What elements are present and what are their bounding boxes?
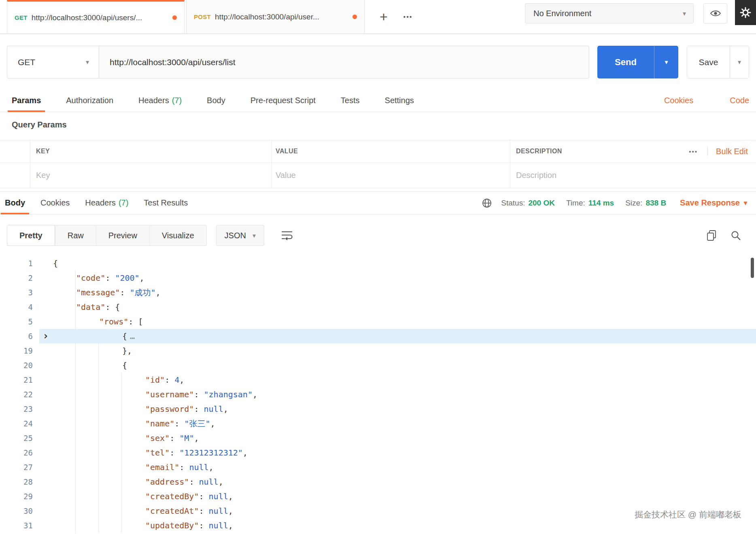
code-token: null — [199, 477, 218, 487]
code-token: : — [179, 462, 189, 472]
line-number: 29 — [0, 492, 39, 501]
view-pretty[interactable]: Pretty — [7, 225, 55, 246]
send-button[interactable]: Send — [597, 46, 654, 78]
code-line: 3"message": "成功", — [0, 285, 756, 300]
response-tab-cookies[interactable]: Cookies — [40, 192, 70, 214]
new-tab-button[interactable]: + — [375, 9, 393, 25]
save-response-button[interactable]: Save Response ▾ — [680, 198, 747, 208]
url-input[interactable] — [99, 46, 589, 78]
vertical-scrollbar[interactable] — [751, 258, 754, 278]
send-options-button[interactable]: ▾ — [654, 46, 678, 78]
bulk-edit-link[interactable]: Bulk Edit — [716, 147, 748, 156]
save-options-button[interactable]: ▾ — [730, 46, 749, 78]
query-params-title: Query Params — [0, 112, 756, 140]
tab-authorization[interactable]: Authorization — [66, 89, 113, 112]
code-token: null — [209, 521, 228, 530]
code-line: 28"address": null, — [0, 475, 756, 489]
tab-body[interactable]: Body — [207, 89, 225, 112]
params-table-header: KEY VALUE DESCRIPTION ••• Bulk Edit — [0, 140, 756, 163]
tab-tests[interactable]: Tests — [341, 89, 360, 112]
request-tab-post[interactable]: POST http://localhost:3000/api/user... — [186, 0, 365, 34]
code-token: : — [170, 448, 179, 458]
code-token: "tel" — [145, 448, 170, 458]
tab-settings[interactable]: Settings — [385, 89, 414, 112]
format-select[interactable]: JSON ▾ — [216, 225, 264, 246]
tab-url: http://localhost:3000/api/user... — [215, 13, 348, 21]
tab-url: http://localhost:3000/api/users/... — [32, 13, 168, 22]
request-tab-get[interactable]: GET http://localhost:3000/api/users/... — [7, 0, 185, 34]
wrap-lines-button[interactable] — [277, 226, 297, 245]
code-token: "username" — [145, 390, 194, 399]
column-header-value: VALUE — [276, 148, 298, 155]
chevron-down-icon: ▾ — [86, 58, 89, 66]
tab-pre-request-script[interactable]: Pre-request Script — [251, 89, 316, 112]
code-link[interactable]: Code — [730, 96, 749, 105]
code-token: , — [194, 433, 199, 443]
param-description-input[interactable] — [516, 171, 744, 180]
tab-label: Settings — [385, 96, 414, 105]
cookies-link[interactable]: Cookies — [664, 96, 693, 105]
code-token: , — [228, 506, 233, 516]
params-more-options-button[interactable]: ••• — [689, 148, 698, 155]
search-response-button[interactable] — [731, 230, 741, 241]
request-tabs: Params Authorization Headers (7) Body Pr… — [0, 89, 756, 112]
method-select[interactable]: GET ▾ — [7, 46, 99, 78]
line-number: 19 — [0, 346, 39, 355]
params-table: KEY VALUE DESCRIPTION ••• Bulk Edit — [0, 140, 756, 188]
response-tab-headers[interactable]: Headers (7) — [85, 192, 128, 214]
code-token: "address" — [145, 477, 189, 487]
tab-headers[interactable]: Headers (7) — [138, 89, 182, 112]
line-number: 3 — [0, 288, 39, 297]
param-key-input[interactable] — [36, 171, 260, 180]
network-info-button[interactable] — [482, 198, 492, 208]
code-token: : — [199, 492, 208, 501]
plus-icon: + — [380, 9, 388, 24]
code-token: , — [210, 419, 215, 428]
line-number: 6 — [0, 332, 39, 341]
line-number: 5 — [0, 317, 39, 326]
environment-quick-look-button[interactable] — [703, 3, 727, 23]
save-button[interactable]: Save — [687, 46, 730, 78]
response-toolbar: Pretty Raw Preview Visualize JSON ▾ — [0, 214, 756, 254]
code-line: 19}, — [0, 343, 756, 358]
code-line: 2"code": "200", — [0, 271, 756, 285]
code-token: : — [194, 404, 204, 414]
code-line: 29"createdBy": null, — [0, 489, 756, 504]
row-select-cell — [0, 140, 30, 162]
settings-button[interactable] — [735, 0, 756, 25]
code-token: "data" — [76, 302, 105, 312]
code-token: … — [130, 331, 136, 341]
copy-icon — [706, 230, 717, 241]
gear-icon — [739, 6, 752, 19]
tab-label: Headers — [138, 96, 169, 105]
copy-response-button[interactable] — [706, 230, 717, 241]
code-line: 5"rows": [ — [0, 314, 756, 329]
environment-selector[interactable]: No Environment ▾ — [525, 3, 694, 23]
fold-toggle-icon[interactable]: › — [42, 331, 49, 341]
view-preview[interactable]: Preview — [96, 225, 149, 246]
code-line: 31"updatedBy": null, — [0, 518, 756, 533]
response-meta-row: Body Cookies Headers (7) Test Results St… — [0, 191, 756, 214]
code-token: , — [228, 521, 233, 530]
code-token: : — [199, 521, 208, 530]
code-line: 24"name": "张三", — [0, 416, 756, 431]
code-token: "rows" — [99, 317, 128, 326]
column-header-key: KEY — [36, 148, 50, 155]
code-token: "成功" — [130, 287, 155, 298]
code-token: { — [122, 360, 127, 370]
view-visualize[interactable]: Visualize — [149, 225, 206, 246]
tab-params[interactable]: Params — [12, 89, 41, 112]
response-tab-test-results[interactable]: Test Results — [144, 192, 188, 214]
view-raw[interactable]: Raw — [55, 225, 96, 246]
status-value: 200 OK — [528, 199, 554, 208]
tab-label: Body — [5, 198, 25, 208]
response-tab-body[interactable]: Body — [5, 192, 25, 214]
code-token: : — [105, 302, 115, 312]
code-line: 26"tel": "12312312312", — [0, 445, 756, 460]
tab-options-button[interactable]: ••• — [398, 13, 418, 21]
chevron-down-icon: ▾ — [738, 59, 741, 66]
code-token: { — [115, 302, 120, 312]
code-token: : — [165, 375, 174, 385]
line-number: 22 — [0, 390, 39, 399]
param-value-input[interactable] — [276, 171, 498, 180]
